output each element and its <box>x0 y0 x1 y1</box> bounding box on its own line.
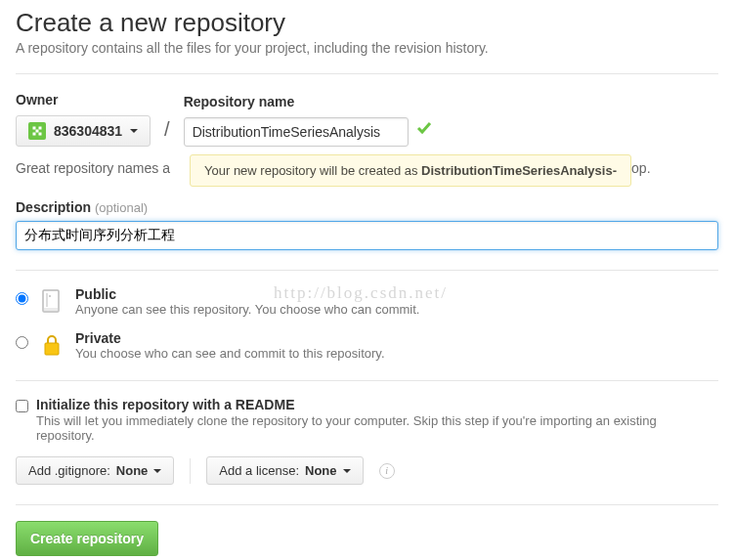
description-input[interactable] <box>16 221 718 250</box>
suggestion-line: Great repository names a Your new reposi… <box>16 160 718 176</box>
visibility-private-row[interactable]: Private You choose who can see and commi… <box>16 330 718 361</box>
private-radio[interactable] <box>16 336 28 349</box>
check-icon <box>409 119 432 146</box>
repo-public-icon <box>38 286 65 316</box>
public-desc: Anyone can see this repository. You choo… <box>75 302 419 317</box>
readme-title: Initialize this repository with a README <box>36 397 718 412</box>
readme-desc: This will let you immediately clone the … <box>36 413 718 443</box>
vertical-divider <box>190 458 191 484</box>
divider <box>16 73 718 74</box>
caret-down-icon <box>153 469 161 473</box>
info-icon[interactable]: i <box>379 463 395 479</box>
gitignore-select-button[interactable]: Add .gitignore: None <box>16 456 174 485</box>
public-title: Public <box>75 286 419 302</box>
owner-label: Owner <box>16 92 151 108</box>
visibility-public-row[interactable]: Public Anyone can see this repository. Y… <box>16 286 718 317</box>
avatar-icon <box>28 122 46 140</box>
svg-rect-3 <box>33 133 36 136</box>
owner-select-button[interactable]: 836304831 <box>16 115 151 147</box>
divider <box>16 504 718 505</box>
private-desc: You choose who can see and commit to thi… <box>75 346 385 361</box>
reponame-label: Repository name <box>184 94 432 109</box>
svg-rect-0 <box>33 127 36 130</box>
license-select-button[interactable]: Add a license: None <box>206 456 363 485</box>
page-title: Create a new repository <box>16 8 718 38</box>
page-subhead: A repository contains all the files for … <box>16 40 718 56</box>
public-radio[interactable] <box>16 292 28 305</box>
caret-down-icon <box>130 129 138 133</box>
svg-rect-6 <box>43 308 59 312</box>
owner-username: 836304831 <box>54 123 122 139</box>
slash-separator: / <box>164 118 170 147</box>
owner-reponame-row: Owner 836304831 / Repository name <box>16 92 718 147</box>
lock-icon <box>38 330 65 358</box>
name-preview-tooltip: Your new repository will be created as D… <box>190 154 631 187</box>
divider <box>16 270 718 271</box>
reponame-input[interactable] <box>184 117 409 147</box>
svg-rect-9 <box>45 343 59 355</box>
private-title: Private <box>75 330 385 346</box>
readme-checkbox[interactable] <box>16 400 28 412</box>
description-label: Description (optional) <box>16 199 718 215</box>
readme-row[interactable]: Initialize this repository with a README… <box>16 397 718 443</box>
create-repository-button[interactable]: Create repository <box>16 521 158 556</box>
divider <box>16 380 718 381</box>
svg-rect-1 <box>39 127 42 130</box>
caret-down-icon <box>343 469 351 473</box>
svg-rect-2 <box>36 130 39 133</box>
svg-point-8 <box>49 295 51 297</box>
svg-rect-4 <box>39 133 42 136</box>
